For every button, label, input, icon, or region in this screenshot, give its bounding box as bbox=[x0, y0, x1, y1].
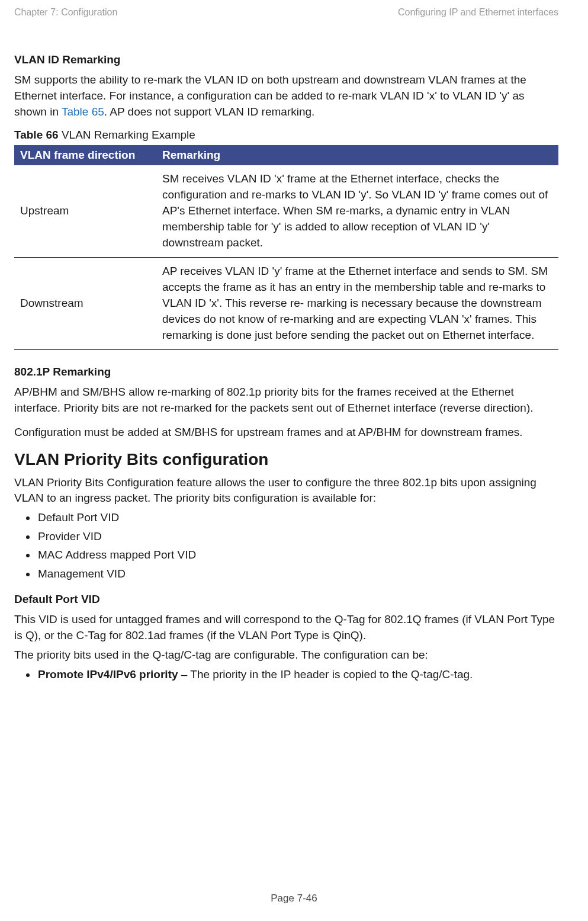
list-default-port-vid: Promote IPv4/IPv6 priority – The priorit… bbox=[14, 666, 558, 683]
header-right: Configuring IP and Ethernet interfaces bbox=[398, 7, 558, 18]
heading-vlan-id-remarking: VLAN ID Remarking bbox=[14, 53, 558, 66]
list-item: Provider VID bbox=[37, 528, 558, 545]
cell-remarking: AP receives VLAN ID 'y' frame at the Eth… bbox=[156, 257, 558, 349]
table66-head-direction: VLAN frame direction bbox=[14, 145, 156, 165]
bullet-promote-bold: Promote IPv4/IPv6 priority bbox=[38, 668, 178, 681]
page-header: Chapter 7: Configuration Configuring IP … bbox=[14, 7, 558, 18]
list-priority-bits: Default Port VID Provider VID MAC Addres… bbox=[14, 509, 558, 582]
table66: VLAN frame direction Remarking Upstream … bbox=[14, 145, 558, 350]
table-row: Upstream SM receives VLAN ID 'x' frame a… bbox=[14, 165, 558, 257]
cell-direction: Downstream bbox=[14, 257, 156, 349]
table66-caption-bold: Table 66 bbox=[14, 129, 59, 141]
table66-caption: Table 66 VLAN Remarking Example bbox=[14, 129, 558, 142]
page: Chapter 7: Configuration Configuring IP … bbox=[0, 0, 588, 921]
heading-vlan-priority-bits: VLAN Priority Bits configuration bbox=[14, 450, 558, 469]
para-8021p-1: AP/BHM and SM/BHS allow re-marking of 80… bbox=[14, 384, 558, 416]
text-vlan-id-b: . AP does not support VLAN ID remarking. bbox=[104, 105, 315, 118]
page-footer: Page 7-46 bbox=[0, 893, 588, 904]
table66-caption-rest: VLAN Remarking Example bbox=[59, 129, 195, 141]
table66-head-row: VLAN frame direction Remarking bbox=[14, 145, 558, 165]
bullet-promote-rest: – The priority in the IP header is copie… bbox=[178, 668, 473, 681]
list-item: Promote IPv4/IPv6 priority – The priorit… bbox=[37, 666, 558, 683]
cell-direction: Upstream bbox=[14, 165, 156, 257]
link-table-65[interactable]: Table 65 bbox=[62, 105, 104, 118]
list-item: Management VID bbox=[37, 565, 558, 582]
list-item: Default Port VID bbox=[37, 509, 558, 526]
para-8021p-2: Configuration must be added at SM/BHS fo… bbox=[14, 425, 558, 441]
list-item: MAC Address mapped Port VID bbox=[37, 546, 558, 563]
para-default-port-vid-1: This VID is used for untagged frames and… bbox=[14, 612, 558, 644]
heading-8021p-remarking: 802.1P Remarking bbox=[14, 365, 558, 378]
header-left: Chapter 7: Configuration bbox=[14, 7, 117, 18]
table-row: Downstream AP receives VLAN ID 'y' frame… bbox=[14, 257, 558, 349]
heading-default-port-vid: Default Port VID bbox=[14, 593, 558, 606]
table66-head-remarking: Remarking bbox=[156, 145, 558, 165]
para-priority-bits-intro: VLAN Priority Bits Configuration feature… bbox=[14, 475, 558, 507]
para-vlan-id-remarking: SM supports the ability to re-mark the V… bbox=[14, 72, 558, 120]
para-default-port-vid-2: The priority bits used in the Q-tag/C-ta… bbox=[14, 647, 558, 663]
cell-remarking: SM receives VLAN ID 'x' frame at the Eth… bbox=[156, 165, 558, 257]
